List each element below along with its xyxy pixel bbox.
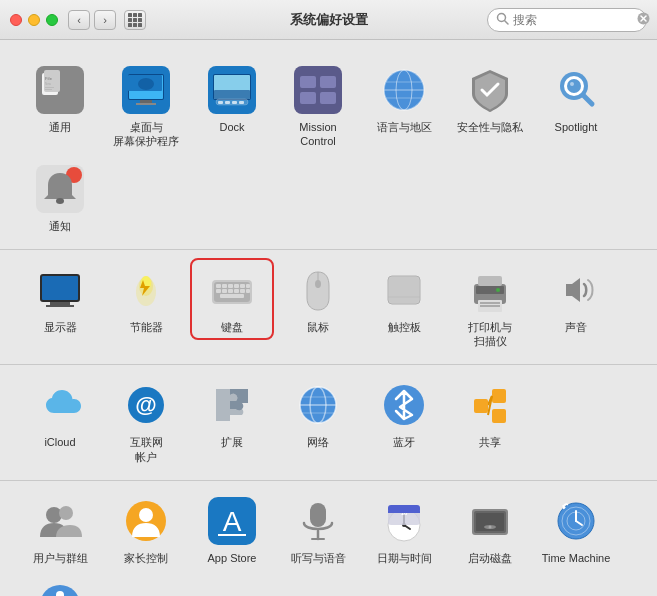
energy-icon <box>120 264 172 316</box>
pref-network[interactable]: 网络 <box>278 375 358 453</box>
appstore-icon: A <box>206 495 258 547</box>
svg-rect-85 <box>478 276 502 286</box>
grid-button[interactable] <box>124 10 146 30</box>
security-label: 安全性与隐私 <box>457 120 523 134</box>
pref-sound[interactable]: 声音 <box>536 260 616 338</box>
svg-rect-81 <box>389 277 419 303</box>
svg-rect-68 <box>234 284 239 288</box>
pref-printer[interactable]: 打印机与扫描仪 <box>450 260 530 353</box>
printer-icon <box>464 264 516 316</box>
pref-users[interactable]: 用户与群组 <box>20 491 100 569</box>
display-label: 显示器 <box>44 320 77 334</box>
section-personal: File New 通用 <box>0 50 657 250</box>
pref-keyboard[interactable]: 键盘 <box>192 260 272 338</box>
pref-datetime[interactable]: 18 日期与时间 <box>364 491 444 569</box>
pref-security[interactable]: 安全性与隐私 <box>450 60 530 138</box>
sharing-label: 共享 <box>479 435 501 449</box>
accessibility-icon <box>34 579 86 596</box>
display-icon <box>34 264 86 316</box>
users-label: 用户与群组 <box>33 551 88 565</box>
timemachine-icon <box>550 495 602 547</box>
pref-icloud[interactable]: iCloud <box>20 375 100 453</box>
bluetooth-label: 蓝牙 <box>393 435 415 449</box>
pref-desktop[interactable]: 桌面与屏幕保护程序 <box>106 60 186 153</box>
dictation-icon <box>292 495 344 547</box>
close-button[interactable] <box>10 14 22 26</box>
spotlight-label: Spotlight <box>555 120 598 134</box>
spotlight-icon <box>550 64 602 116</box>
pref-sharing[interactable]: 共享 <box>450 375 530 453</box>
mouse-label: 鼠标 <box>307 320 329 334</box>
pref-internet[interactable]: @ 互联网帐户 <box>106 375 186 468</box>
minimize-button[interactable] <box>28 14 40 26</box>
pref-trackpad[interactable]: 触控板 <box>364 260 444 338</box>
pref-parental[interactable]: 家长控制 <box>106 491 186 569</box>
search-input[interactable] <box>513 13 633 27</box>
notification-label: 通知 <box>49 219 71 233</box>
svg-rect-77 <box>220 294 244 298</box>
pref-spotlight[interactable]: Spotlight <box>536 60 616 138</box>
dictation-label: 听写与语音 <box>291 551 346 565</box>
svg-point-55 <box>56 198 64 204</box>
section-row-2: 显示器 节能器 <box>20 260 637 353</box>
extensions-icon <box>206 379 258 431</box>
pref-startup[interactable]: 启动磁盘 <box>450 491 530 569</box>
keyboard-label: 键盘 <box>221 320 243 334</box>
forward-button[interactable]: › <box>94 10 116 30</box>
trackpad-icon <box>378 264 430 316</box>
search-clear-icon[interactable] <box>637 12 650 28</box>
pref-appstore[interactable]: A App Store <box>192 491 272 569</box>
internet-label: 互联网帐户 <box>130 435 163 464</box>
maximize-button[interactable] <box>46 14 58 26</box>
pref-accessibility[interactable]: 辅助功能 <box>20 575 100 596</box>
svg-rect-122 <box>388 511 420 513</box>
svg-rect-99 <box>492 389 506 403</box>
svg-rect-58 <box>50 302 70 305</box>
svg-point-50 <box>567 79 581 93</box>
svg-text:A: A <box>223 506 242 537</box>
search-box[interactable] <box>487 8 647 32</box>
section-system: 用户与群组 家长控制 A <box>0 481 657 596</box>
pref-general[interactable]: File New 通用 <box>20 60 100 138</box>
back-button[interactable]: ‹ <box>68 10 90 30</box>
svg-rect-39 <box>320 76 336 88</box>
nav-buttons: ‹ › <box>68 10 116 30</box>
svg-rect-59 <box>46 305 74 307</box>
pref-dictation[interactable]: 听写与语音 <box>278 491 358 569</box>
pref-notification[interactable]: 通知 <box>20 159 100 237</box>
pref-bluetooth[interactable]: 蓝牙 <box>364 375 444 453</box>
trackpad-label: 触控板 <box>388 320 421 334</box>
svg-rect-37 <box>294 66 342 114</box>
search-icon <box>496 12 509 28</box>
pref-language[interactable]: 语言与地区 <box>364 60 444 138</box>
dock-label: Dock <box>219 120 244 134</box>
energy-label: 节能器 <box>130 320 163 334</box>
mouse-icon <box>292 264 344 316</box>
svg-rect-70 <box>246 284 250 288</box>
svg-rect-66 <box>222 284 227 288</box>
svg-rect-33 <box>218 101 223 104</box>
datetime-icon: 18 <box>378 495 430 547</box>
svg-point-105 <box>59 506 73 520</box>
svg-point-79 <box>315 280 321 288</box>
pref-timemachine[interactable]: Time Machine <box>536 491 616 569</box>
svg-point-89 <box>496 288 500 292</box>
icloud-label: iCloud <box>44 435 75 449</box>
svg-rect-88 <box>480 305 500 307</box>
svg-rect-8 <box>138 23 142 27</box>
traffic-lights <box>10 14 58 26</box>
pref-extensions[interactable]: 扩展 <box>192 375 272 453</box>
svg-rect-38 <box>300 76 316 88</box>
pref-dock[interactable]: Dock <box>192 60 272 138</box>
network-label: 网络 <box>307 435 329 449</box>
sound-icon <box>550 264 602 316</box>
svg-rect-41 <box>320 92 336 104</box>
svg-rect-20 <box>45 89 52 90</box>
language-icon <box>378 64 430 116</box>
bluetooth-icon <box>378 379 430 431</box>
pref-mission[interactable]: MissionControl <box>278 60 358 153</box>
parental-label: 家长控制 <box>124 551 168 565</box>
pref-display[interactable]: 显示器 <box>20 260 100 338</box>
pref-energy[interactable]: 节能器 <box>106 260 186 338</box>
pref-mouse[interactable]: 鼠标 <box>278 260 358 338</box>
